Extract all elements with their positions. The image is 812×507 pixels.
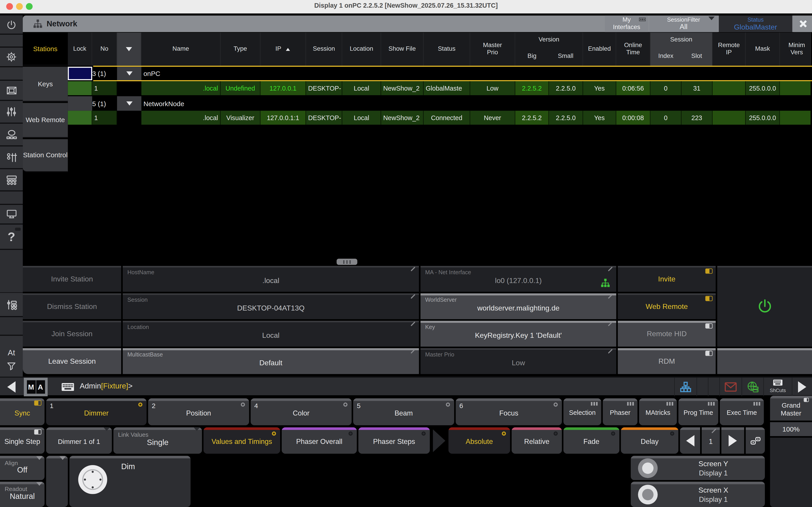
cell-session-slot[interactable]: 223: [681, 111, 713, 125]
cell-name[interactable]: .local: [141, 81, 220, 95]
web-remote-toggle-button[interactable]: Web Remote: [618, 293, 716, 319]
col-header-master-prio[interactable]: Master Prio: [470, 33, 515, 66]
rdm-toggle-button[interactable]: RDM: [618, 348, 716, 374]
cell-status[interactable]: GlobalMaste: [423, 81, 470, 95]
preset-focus-button[interactable]: 6 Focus: [456, 398, 562, 425]
layer-phaser-steps-button[interactable]: Phaser Steps: [358, 427, 430, 454]
my-interfaces-button[interactable]: My Interfaces: [605, 15, 649, 32]
dim-encoder-knob[interactable]: [78, 465, 107, 494]
tab-keys[interactable]: Keys: [23, 67, 68, 102]
col-header-online-time[interactable]: Online Time: [616, 33, 651, 66]
link-encoders-button[interactable]: [746, 427, 765, 454]
worldserver-status-button[interactable]: [742, 378, 763, 396]
grand-master-value[interactable]: 100%: [770, 422, 812, 436]
session-filter-dropdown[interactable]: SessionFilter All: [649, 15, 718, 32]
col-header-slot[interactable]: Slot: [681, 47, 712, 66]
tab-station-control[interactable]: Station Control: [23, 139, 68, 172]
cell-location[interactable]: Local: [342, 81, 381, 95]
keyboard-icon[interactable]: [61, 382, 75, 392]
station-row-onpc[interactable]: 1 .local Undefined 127.0.0.1 DESKTOP- Lo…: [68, 81, 811, 95]
col-header-location[interactable]: Location: [342, 33, 381, 66]
station-power-panel[interactable]: [717, 266, 812, 347]
prog-time-button[interactable]: Prog Time: [678, 398, 718, 425]
phaser-button[interactable]: Phaser: [603, 398, 638, 425]
cell-session-index[interactable]: 0: [651, 111, 681, 125]
session-status-indicator[interactable]: Status GlobalMaster: [719, 15, 793, 32]
filter-funnel-icon[interactable]: [5, 360, 17, 372]
lock-cell-selected[interactable]: [68, 67, 92, 80]
col-header-enabled[interactable]: Enabled: [583, 33, 616, 66]
screen-y-encoder[interactable]: Screen Y Display 1: [631, 456, 765, 480]
cell-status[interactable]: Connected: [423, 111, 470, 125]
cell-session-index[interactable]: 0: [651, 81, 681, 95]
layer-absolute-button[interactable]: Absolute: [448, 427, 510, 454]
tab-stations[interactable]: Stations: [23, 33, 68, 66]
fixture-group-button[interactable]: [0, 124, 23, 146]
lock-cell[interactable]: [68, 111, 92, 125]
manet-interface-field[interactable]: MA - Net Interface lo0 (127.0.0.1): [420, 266, 616, 292]
at-button[interactable]: At: [8, 348, 15, 357]
remote-hid-toggle-button[interactable]: Remote HID: [618, 321, 716, 347]
join-session-button[interactable]: Join Session: [23, 321, 121, 347]
col-header-lock[interactable]: Lock: [68, 33, 92, 66]
cell-name[interactable]: .local: [141, 111, 220, 125]
cell-min-version[interactable]: [780, 111, 811, 125]
multicastbase-field[interactable]: MulticastBase Default: [123, 348, 419, 374]
screen-y-knob[interactable]: [638, 458, 658, 478]
lock-cell[interactable]: [68, 96, 92, 111]
screen-x-knob[interactable]: [638, 485, 658, 504]
cell-ip[interactable]: 127.0.0.1:1: [260, 111, 306, 125]
cell-mask[interactable]: 255.0.0.0: [746, 111, 780, 125]
single-step-button[interactable]: Single Step: [0, 427, 44, 454]
master-prio-field[interactable]: Master Prio Low: [420, 348, 616, 374]
cell-no[interactable]: 1: [92, 81, 117, 95]
power-button[interactable]: [0, 15, 23, 34]
col-header-session[interactable]: Session: [306, 33, 342, 66]
cell-enabled[interactable]: Yes: [583, 81, 616, 95]
col-header-name[interactable]: Name: [141, 33, 220, 66]
session-field[interactable]: Session DESKTOP-04AT13Q: [123, 293, 419, 319]
cell-session-slot[interactable]: 31: [681, 81, 713, 95]
layer-fade-button[interactable]: Fade: [563, 427, 619, 454]
layer-values-timings-button[interactable]: Values and Timings: [203, 427, 280, 454]
leave-session-button[interactable]: Leave Session: [23, 348, 121, 374]
cell-min-version[interactable]: [780, 81, 811, 95]
tab-web-remote[interactable]: Web Remote: [23, 103, 68, 138]
encoder-side-dropdown[interactable]: [46, 456, 68, 507]
invite-toggle-button[interactable]: Invite: [618, 266, 716, 292]
mixer-button[interactable]: [0, 101, 23, 123]
cell-master-prio[interactable]: Never: [470, 111, 515, 125]
history-back-button[interactable]: [0, 378, 23, 396]
dismiss-station-button[interactable]: Dismiss Station: [23, 293, 121, 319]
cell-session[interactable]: DESKTOP-: [306, 81, 342, 95]
command-line-input[interactable]: Admin[Fixture]>: [80, 382, 133, 390]
grand-master-fader-area[interactable]: [770, 438, 812, 507]
col-header-remote-ip[interactable]: Remote IP: [713, 33, 746, 66]
cell-master-prio[interactable]: Low: [470, 81, 515, 95]
dim-encoder-panel[interactable]: Dim: [69, 456, 191, 507]
messages-button[interactable]: [720, 378, 742, 396]
cell-version-big[interactable]: 2.2.5.2: [515, 111, 549, 125]
page-number-field[interactable]: 1: [702, 427, 720, 454]
preset-dimmer-button[interactable]: 1 Dimmer: [46, 398, 146, 425]
col-header-mask[interactable]: Mask: [746, 33, 780, 66]
matricks-button[interactable]: MAtricks: [639, 398, 677, 425]
network-status-button[interactable]: [675, 378, 697, 396]
cell-mask[interactable]: 255.0.0.0: [746, 81, 780, 95]
grand-master-header[interactable]: Grand Master: [770, 396, 812, 420]
worldserver-field[interactable]: WorldServer worldserver.malighting.de: [420, 293, 616, 319]
group-row-onpc[interactable]: 3 (1) onPC: [68, 67, 160, 80]
preset-beam-button[interactable]: 5 Beam: [353, 398, 454, 425]
lock-cell[interactable]: [68, 81, 92, 95]
playback-button[interactable]: [0, 169, 23, 191]
col-header-small[interactable]: Small: [549, 47, 582, 66]
page-next-button[interactable]: [721, 427, 744, 454]
link-values-dropdown[interactable]: Link Values Single: [113, 427, 202, 454]
location-field[interactable]: Location Local: [123, 321, 419, 347]
help-button[interactable]: ?: [0, 224, 23, 249]
sync-button[interactable]: Sync: [0, 398, 44, 425]
cell-online-time[interactable]: 0:06:56: [616, 81, 651, 95]
cell-version-small[interactable]: 2.2.5.0: [549, 81, 583, 95]
layer-phaser-overall-button[interactable]: Phaser Overall: [282, 427, 357, 454]
cell-no[interactable]: 1: [92, 111, 117, 125]
